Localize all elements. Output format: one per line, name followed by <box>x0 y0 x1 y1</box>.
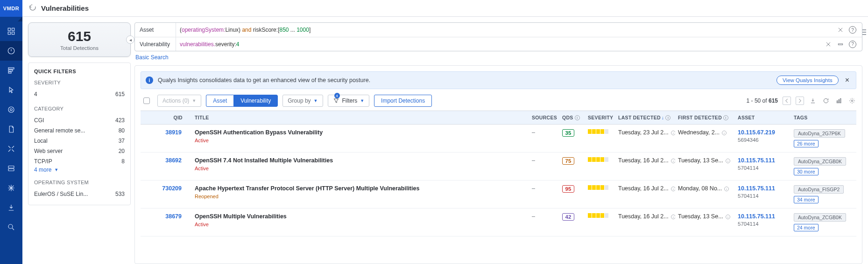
qds-badge: 42 <box>562 213 574 221</box>
tag-chip[interactable]: AutoDyna_ZCGB0K <box>794 213 846 222</box>
nav-download-icon[interactable] <box>0 198 22 217</box>
nav-search-icon[interactable] <box>0 217 22 237</box>
col-last-detected[interactable]: LAST DETECTED↓i <box>615 111 675 125</box>
tag-chip[interactable]: AutoDyna_2G7P6K <box>794 129 845 138</box>
clear-asset-search-icon[interactable] <box>837 26 844 34</box>
refresh-icon[interactable] <box>29 4 36 13</box>
severity-bars <box>588 157 613 162</box>
select-all-checkbox[interactable] <box>143 97 150 104</box>
more-tags-button[interactable]: 34 more <box>794 196 819 203</box>
col-first-detected[interactable]: FIRST DETECTEDi <box>675 111 735 125</box>
settings-icon[interactable] <box>848 97 856 105</box>
table-row[interactable]: 730209 Apache Hypertext Transfer Protoco… <box>141 181 856 208</box>
nav-pointer-icon[interactable] <box>0 80 22 100</box>
col-title[interactable]: TITLE <box>192 111 529 125</box>
table-row[interactable]: 38679 OpenSSH Multiple Vulnerabilities A… <box>141 208 856 236</box>
asset-search-help-icon[interactable]: ? <box>849 26 856 34</box>
qid-link[interactable]: 38919 <box>157 129 189 136</box>
import-detections-button[interactable]: Import Detections <box>374 95 432 107</box>
segment-asset[interactable]: Asset <box>206 95 233 107</box>
svg-point-8 <box>8 107 14 112</box>
asset-ip-link[interactable]: 10.115.67.219 <box>738 129 788 136</box>
sources-cell: – <box>529 181 559 208</box>
vuln-search-help-icon[interactable]: ? <box>849 41 856 48</box>
grid-toolbar: Actions (0)▼ Asset Vulnerability Group b… <box>141 95 856 107</box>
filter-row[interactable]: CGI423 <box>34 115 125 125</box>
groupby-dropdown[interactable]: Group by▼ <box>282 95 323 107</box>
nav-target-icon[interactable] <box>0 100 22 119</box>
search-card: Asset (operatingSystem:Linux) and riskSc… <box>134 22 862 51</box>
nav-snowflake-icon[interactable] <box>0 178 22 198</box>
info-icon: i <box>146 76 153 84</box>
svg-rect-1 <box>12 28 14 30</box>
qid-link[interactable]: 38692 <box>157 157 189 164</box>
more-tags-button[interactable]: 24 more <box>794 224 819 231</box>
vuln-search-input[interactable]: vulnerabilities.severity:4 <box>176 41 819 48</box>
nav-dashboard-icon[interactable] <box>0 21 22 41</box>
asset-search-input[interactable]: (operatingSystem:Linux) and riskScore:[8… <box>176 27 831 33</box>
asset-id: 5704114 <box>738 221 788 227</box>
next-page-button[interactable] <box>796 97 804 105</box>
vuln-title: OpenSSH Multiple Vulnerabilities <box>195 213 526 220</box>
sources-cell: – <box>529 208 559 236</box>
col-asset[interactable]: ASSET <box>735 111 791 125</box>
nav-document-icon[interactable] <box>0 119 22 139</box>
prev-page-button[interactable] <box>783 97 791 105</box>
qid-link[interactable]: 730209 <box>157 185 189 192</box>
filter-row[interactable]: General remote se...80 <box>34 125 125 136</box>
first-detected-cell: Wednesday, 2... <box>678 129 732 136</box>
actions-dropdown[interactable]: Actions (0)▼ <box>157 95 201 107</box>
table-row[interactable]: 38692 OpenSSH 7.4 Not Installed Multiple… <box>141 153 856 181</box>
col-sources[interactable]: SOURCES <box>529 111 559 125</box>
collapse-metric-button[interactable]: ◂ <box>126 35 134 44</box>
vuln-title: Apache Hypertext Transfer Protocol Serve… <box>195 185 526 192</box>
col-qid[interactable]: QID <box>155 111 192 125</box>
tag-chip[interactable]: AutoDyna_ZCGB0K <box>794 157 846 166</box>
svg-rect-0 <box>8 28 10 30</box>
collapse-search-icon[interactable] <box>837 41 844 48</box>
reload-icon[interactable] <box>822 97 830 105</box>
more-tags-button[interactable]: 30 more <box>794 168 819 175</box>
vuln-title: OpenSSH Authentication Bypass Vulnerabil… <box>195 129 526 136</box>
filters-button[interactable]: 4 Filters▼ <box>328 95 370 107</box>
col-qds[interactable]: QDSi <box>559 111 585 125</box>
filter-row[interactable]: 4 615 <box>34 89 125 99</box>
svg-rect-15 <box>837 101 838 103</box>
nav-prioritize-icon[interactable] <box>0 61 22 80</box>
severity-bars <box>588 213 613 218</box>
clear-vuln-search-icon[interactable] <box>825 41 832 48</box>
show-more-category[interactable]: 4 more▼ <box>34 167 125 173</box>
insights-banner: i Qualys Insights consolidates data to g… <box>141 71 856 89</box>
svg-point-12 <box>8 224 13 229</box>
asset-ip-link[interactable]: 10.115.75.111 <box>738 185 788 192</box>
filter-row[interactable]: Web server20 <box>34 146 125 156</box>
asset-ip-link[interactable]: 10.115.75.111 <box>738 213 788 220</box>
page-title: Vulnerabilities <box>41 4 89 12</box>
filter-row[interactable]: Local37 <box>34 136 125 146</box>
nav-tools-icon[interactable] <box>0 139 22 159</box>
status-badge: Active <box>195 138 526 143</box>
metric-value: 615 <box>28 29 130 43</box>
col-tags[interactable]: TAGS <box>791 111 856 125</box>
nav-vulnerabilities-icon[interactable] <box>0 41 22 61</box>
first-detected-cell: Tuesday, 13 Se... <box>678 213 732 220</box>
more-tags-button[interactable]: 26 more <box>794 140 819 147</box>
download-icon[interactable] <box>809 97 817 105</box>
nav-server-icon[interactable] <box>0 159 22 178</box>
basic-search-link[interactable]: Basic Search <box>135 54 862 61</box>
close-banner-icon[interactable]: × <box>843 76 851 84</box>
segment-vulnerability[interactable]: Vulnerability <box>233 95 278 107</box>
qid-link[interactable]: 38679 <box>157 213 189 220</box>
total-detections-card: 615 Total Detections ◂ <box>28 22 131 57</box>
asset-ip-link[interactable]: 10.115.75.111 <box>738 157 788 164</box>
severity-bars <box>588 129 613 134</box>
col-severity[interactable]: SEVERITY <box>585 111 615 125</box>
status-badge: Active <box>195 222 526 227</box>
view-insights-button[interactable]: View Qualys Insights <box>776 76 839 85</box>
filter-row[interactable]: TCP/IP8 <box>34 156 125 167</box>
table-row[interactable]: 38919 OpenSSH Authentication Bypass Vuln… <box>141 125 856 153</box>
filter-row[interactable]: EulerOS / SuSE Lin...533 <box>34 189 125 199</box>
tag-chip[interactable]: AutoDyna_FISGP2 <box>794 185 844 194</box>
svg-point-9 <box>10 109 13 111</box>
chart-icon[interactable] <box>835 97 843 105</box>
